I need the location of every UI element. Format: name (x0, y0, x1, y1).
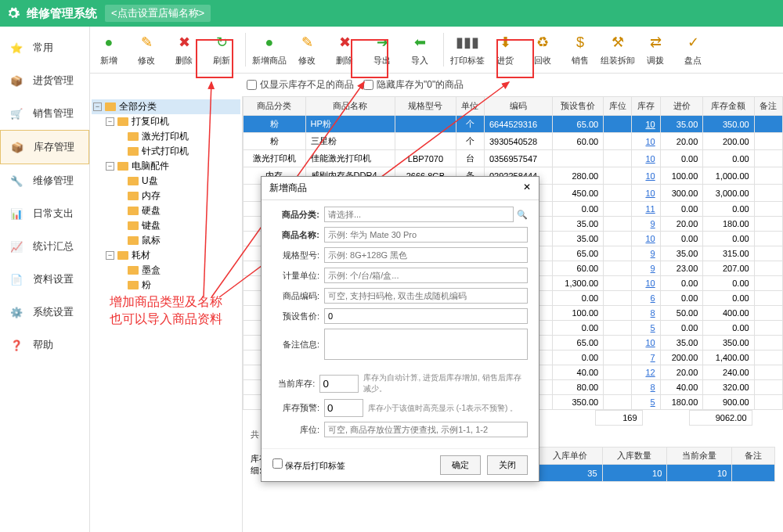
modal-title: 新增商品 (269, 182, 307, 195)
tree-leaf[interactable]: 内存 (92, 189, 240, 203)
filter-low-stock[interactable]: 仅显示库存不足的商品 (247, 78, 354, 92)
field-label: 备注信息: (272, 339, 319, 350)
nav-stats[interactable]: 📈统计汇总 (0, 230, 89, 263)
doc-icon: 📄 (8, 271, 25, 288)
field-label: 规格型号: (272, 250, 319, 261)
tb-import-g2[interactable]: ⬅导入 (401, 30, 438, 70)
tb-edit-g1[interactable]: ✎修改 (128, 30, 165, 70)
col-header[interactable]: 编码 (484, 97, 552, 116)
field-label: 商品名称: (272, 229, 319, 241)
tree-leaf[interactable]: 硬盘 (92, 203, 240, 218)
plus-icon: ● (252, 33, 287, 52)
nav-cart[interactable]: 🛒销售管理 (0, 97, 89, 130)
sale-icon: $ (563, 33, 597, 52)
nav-chart[interactable]: 📊日常支出 (0, 197, 89, 230)
plus-icon: ● (92, 33, 126, 52)
loc-input[interactable] (324, 422, 528, 437)
tree-node[interactable]: −耗材 (92, 248, 240, 263)
tb-plus-g1[interactable]: ●新增 (90, 30, 128, 70)
import-icon: ⬅ (402, 33, 437, 52)
transfer-icon: ⇄ (638, 33, 673, 52)
tb-check-g3[interactable]: ✓盘点 (674, 30, 712, 70)
save-print-checkbox[interactable]: 保存后打印标签 (272, 458, 345, 472)
name-input[interactable] (324, 227, 528, 243)
field-label: 当前库存: (272, 378, 315, 390)
tb-del-g1[interactable]: ✖删除 (165, 30, 203, 70)
tb-export-g2[interactable]: ➔导出 (363, 30, 401, 70)
remark-input[interactable] (324, 329, 528, 360)
cat-input[interactable] (324, 207, 514, 222)
code-input[interactable] (324, 288, 528, 304)
warn-input[interactable] (324, 399, 363, 417)
tree-node[interactable]: −电脑配件 (92, 159, 240, 174)
tb-transfer-g3[interactable]: ⇄调拨 (637, 30, 674, 70)
tb-edit-g2[interactable]: ✎修改 (288, 30, 326, 70)
nav-help[interactable]: ❓帮助 (0, 329, 89, 361)
tree-leaf[interactable]: 键盘 (92, 218, 240, 233)
nav-star[interactable]: ⭐常用 (0, 31, 89, 64)
stock-input[interactable] (319, 375, 359, 393)
field-label: 库位: (272, 424, 319, 436)
col-header[interactable]: 商品名称 (305, 97, 395, 116)
chart-icon: 📊 (8, 205, 25, 222)
wrench-icon: 🔧 (8, 172, 25, 189)
tb-in-g3[interactable]: ⬇进货 (486, 30, 524, 70)
ok-button[interactable]: 确定 (440, 455, 481, 475)
spec-input[interactable] (324, 247, 528, 263)
nav-box-in[interactable]: 📦进货管理 (0, 64, 89, 97)
recycle-icon: ♻ (525, 33, 560, 52)
tb-sale-g3[interactable]: $销售 (561, 30, 599, 70)
table-row[interactable]: 激光打印机佳能激光打印机LBP7070 台0356957547 10 0.000… (244, 150, 783, 167)
tree-leaf[interactable]: 墨盒 (92, 263, 240, 278)
annotation-text: 增加商品类型及名称也可以导入商品资料 (110, 293, 222, 329)
col-header[interactable]: 进价 (660, 97, 703, 116)
table-row[interactable]: 粉三星粉 个393054052860.00 10 20.00200.00 (244, 133, 783, 150)
col-header[interactable]: 库位 (604, 97, 632, 116)
shop-name-button[interactable]: <点击设置店铺名称> (105, 5, 211, 22)
unit-input[interactable] (324, 268, 528, 283)
filter-hide-zero[interactable]: 隐藏库存为"0"的商品 (363, 78, 464, 92)
col-header[interactable]: 库存 (632, 97, 660, 116)
tree-leaf[interactable]: U盘 (92, 174, 240, 189)
nav-wrench[interactable]: 🔧维修管理 (0, 164, 89, 197)
nav-doc[interactable]: 📄资料设置 (0, 263, 89, 296)
gear-icon: ⚙️ (8, 304, 25, 321)
tree-leaf[interactable]: 粉 (92, 278, 240, 293)
sidebar: ⭐常用📦进货管理🛒销售管理📦库存管理🔧维修管理📊日常支出📈统计汇总📄资料设置⚙️… (0, 27, 90, 532)
nav-gear[interactable]: ⚙️系统设置 (0, 296, 89, 329)
price-input[interactable] (324, 308, 528, 324)
close-icon[interactable]: ✕ (523, 182, 531, 195)
in-icon: ⬇ (488, 33, 522, 52)
barcode-icon: ▮▮▮ (450, 33, 485, 52)
export-icon: ➔ (365, 33, 399, 52)
search-icon[interactable]: 🔍 (517, 210, 528, 220)
tb-plus-g2[interactable]: ●新增商品 (251, 30, 288, 70)
tree-leaf[interactable]: 针式打印机 (92, 144, 240, 159)
tb-refresh-g1[interactable]: ↻刷新 (203, 30, 240, 70)
cancel-button[interactable]: 关闭 (487, 455, 528, 475)
gear-icon (6, 6, 20, 20)
box-icon: 📦 (9, 138, 26, 156)
col-header[interactable]: 规格型号 (395, 97, 456, 116)
col-header[interactable]: 商品分类 (244, 97, 306, 116)
toolbar: ●新增✎修改✖删除↻刷新●新增商品✎修改✖删除➔导出⬅导入▮▮▮打印标签⬇进货♻… (90, 27, 783, 74)
tb-del-g2[interactable]: ✖删除 (326, 30, 363, 70)
field-label: 预设售价: (272, 311, 319, 322)
col-header[interactable]: 库存金额 (703, 97, 754, 116)
tree-leaf[interactable]: 鼠标 (92, 233, 240, 248)
tree-leaf[interactable]: 激光打印机 (92, 129, 240, 144)
table-row[interactable]: 粉HP粉 个664452931665.00 10 35.00350.00 (244, 116, 783, 133)
col-header[interactable]: 预设售价 (552, 97, 603, 116)
col-header[interactable]: 单位 (456, 97, 484, 116)
cart-icon: 🛒 (8, 105, 25, 122)
stats-icon: 📈 (8, 238, 25, 255)
nav-box[interactable]: 📦库存管理 (0, 130, 89, 164)
tb-barcode-g3[interactable]: ▮▮▮打印标签 (449, 30, 486, 70)
tb-recycle-g3[interactable]: ♻回收 (524, 30, 561, 70)
add-product-modal: 新增商品 ✕ 商品分类:🔍商品名称:规格型号:计量单位:商品编码:预设售价:备注… (261, 176, 539, 482)
tree-node[interactable]: −打复印机 (92, 114, 240, 129)
del-icon: ✖ (327, 33, 362, 52)
col-header[interactable]: 备注 (754, 97, 782, 116)
tb-assemble-g3[interactable]: ⚒组装拆卸 (599, 30, 637, 70)
tree-root[interactable]: −全部分类 (92, 99, 240, 114)
